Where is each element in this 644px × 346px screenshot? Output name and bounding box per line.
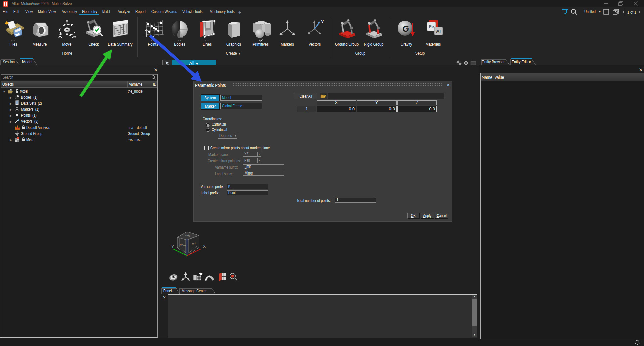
- svg-text:Fe: Fe: [429, 24, 434, 29]
- svg-text:Entity Editor: Entity Editor: [512, 60, 531, 64]
- svg-text:Entity Browser: Entity Browser: [482, 60, 505, 64]
- svg-text:Model: Model: [22, 60, 32, 64]
- svg-text:G: G: [402, 23, 409, 34]
- svg-text:Al: Al: [436, 29, 441, 34]
- svg-text:Panels: Panels: [163, 289, 173, 293]
- svg-text:Session: Session: [3, 60, 15, 64]
- svg-text:Message Center: Message Center: [182, 289, 207, 293]
- svg-text:1 of 1: 1 of 1: [627, 10, 636, 15]
- svg-text:V: V: [321, 19, 324, 24]
